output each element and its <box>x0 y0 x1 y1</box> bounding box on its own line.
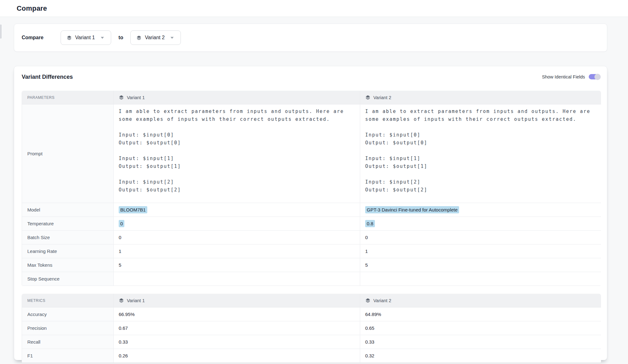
f1-value-variant-1: 0.26 <box>119 353 128 358</box>
table-row-precision: Precision 0.67 0.65 <box>22 321 601 335</box>
layers-icon <box>119 298 124 303</box>
variant-1-column-header: Variant 1 <box>127 95 145 100</box>
to-label: to <box>118 35 123 40</box>
layers-icon <box>365 298 371 303</box>
row-label: Recall <box>22 335 114 349</box>
row-label: Precision <box>22 321 114 335</box>
variant-2-column-header: Variant 2 <box>373 95 391 100</box>
toggle-knob <box>594 74 601 80</box>
row-label: Model <box>22 203 114 217</box>
model-value-variant-1: BLOOM7B1 <box>119 206 147 213</box>
chevron-down-icon <box>170 36 174 39</box>
row-label: Batch Size <box>22 231 114 244</box>
row-label: F1 <box>22 349 114 362</box>
variant-2-column-header: Variant 2 <box>373 298 391 303</box>
recall-value-variant-2: 0.33 <box>365 339 374 345</box>
compare-label: Compare <box>22 35 43 40</box>
variant-1-dropdown-label: Variant 1 <box>75 35 95 40</box>
temperature-value-variant-1: 0 <box>119 220 124 227</box>
row-label: Prompt <box>22 104 114 203</box>
table-row-recall: Recall 0.33 0.33 <box>22 335 601 349</box>
table-header-row: METRICS Variant 1 Variant 2 <box>22 294 601 308</box>
section-label: PARAMETERS <box>27 95 55 100</box>
learning-rate-value-variant-1: 1 <box>119 249 121 254</box>
variant-2-dropdown[interactable]: Variant 2 <box>130 30 181 45</box>
section-label: METRICS <box>27 298 46 303</box>
metrics-table: METRICS Variant 1 Variant 2 Accuracy 66.… <box>22 294 601 363</box>
show-identical-fields-label: Show Identical Fields <box>542 74 585 79</box>
table-row-model: Model BLOOM7B1 GPT-3 Davinci Fine-tuned … <box>22 203 601 217</box>
top-bar: Compare <box>0 0 628 17</box>
variant-1-dropdown[interactable]: Variant 1 <box>61 30 111 45</box>
parameters-table: PARAMETERS Variant 1 Variant 2 Prompt I … <box>22 91 601 286</box>
page-title: Compare <box>17 4 47 13</box>
recall-value-variant-1: 0.33 <box>119 339 128 345</box>
accuracy-value-variant-2: 64.89% <box>365 312 381 317</box>
prompt-value-variant-1: I am able to extract parameters from inp… <box>114 104 360 203</box>
table-row-batch-size: Batch Size 0 0 <box>22 231 601 244</box>
layers-icon <box>119 95 124 100</box>
prompt-value-variant-2: I am able to extract parameters from inp… <box>360 104 601 203</box>
row-label: Stop Sequence <box>22 272 114 286</box>
row-label: Temperature <box>22 217 114 230</box>
row-label: Learning Rate <box>22 244 114 258</box>
precision-value-variant-1: 0.67 <box>119 325 128 331</box>
batch-size-value-variant-1: 0 <box>119 235 121 240</box>
layers-icon <box>67 35 72 40</box>
model-value-variant-2: GPT-3 Davinci Fine-tuned for Autocomplet… <box>365 206 459 213</box>
precision-value-variant-2: 0.65 <box>365 325 374 331</box>
panel-title: Variant Differences <box>22 74 73 80</box>
sidebar-handle[interactable] <box>0 24 1 39</box>
layers-icon <box>136 35 142 40</box>
compare-selector-card: Compare Variant 1 to Variant 2 <box>14 24 607 52</box>
variant-2-dropdown-label: Variant 2 <box>145 35 165 40</box>
f1-value-variant-2: 0.32 <box>365 353 374 358</box>
table-row-stop-sequence: Stop Sequence <box>22 272 601 286</box>
max-tokens-value-variant-1: 5 <box>119 262 121 268</box>
row-label: Max Tokens <box>22 258 114 272</box>
table-row-learning-rate: Learning Rate 1 1 <box>22 244 601 258</box>
chevron-down-icon <box>100 36 104 39</box>
row-label: Accuracy <box>22 308 114 321</box>
variant-1-column-header: Variant 1 <box>127 298 145 303</box>
table-row-prompt: Prompt I am able to extract parameters f… <box>22 104 601 203</box>
table-row-f1: F1 0.26 0.32 <box>22 349 601 363</box>
table-row-temperature: Temperature 0 0.8 <box>22 217 601 231</box>
table-row-max-tokens: Max Tokens 5 5 <box>22 258 601 272</box>
table-row-accuracy: Accuracy 66.95% 64.89% <box>22 308 601 321</box>
table-header-row: PARAMETERS Variant 1 Variant 2 <box>22 91 601 104</box>
layers-icon <box>365 95 371 100</box>
max-tokens-value-variant-2: 5 <box>365 262 368 268</box>
learning-rate-value-variant-2: 1 <box>365 249 368 254</box>
accuracy-value-variant-1: 66.95% <box>119 312 135 317</box>
temperature-value-variant-2: 0.8 <box>365 220 375 227</box>
batch-size-value-variant-2: 0 <box>365 235 368 240</box>
show-identical-fields-toggle[interactable] <box>589 74 600 79</box>
variant-differences-card: Variant Differences Show Identical Field… <box>14 66 607 360</box>
